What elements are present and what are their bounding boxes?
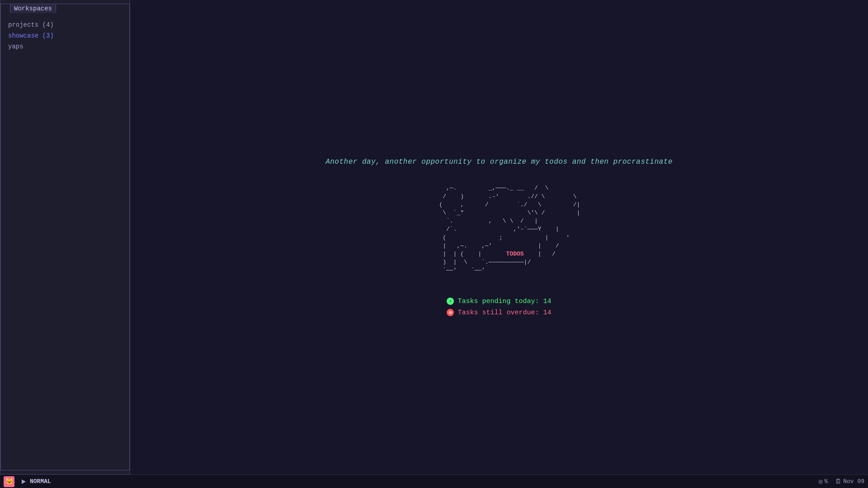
mode-text: NORMAL [30,478,51,485]
cat-icon[interactable]: 🐱 [4,476,14,487]
tagline: Another day, another opportunity to orga… [326,158,673,166]
percent-icon: ◎ [819,478,822,485]
sidebar-title-bar: Workspaces [10,4,56,13]
pending-text: Tasks pending today: 14 [458,298,551,305]
percent-text: % [824,478,828,485]
sidebar-item-projects[interactable]: projects (4) [8,20,122,29]
stats-area: Tasks pending today: 14 Tasks still over… [447,298,551,317]
status-widget-percent: ◎ % [819,478,828,485]
svg-marker-0 [22,479,26,484]
statusbar-right: ◎ % 🗓 Nov 09 [819,478,864,485]
statusbar-left: 🐱 NORMAL [4,476,51,487]
sidebar-item-yaps[interactable]: yaps [8,42,122,51]
calendar-icon: 🗓 [835,478,841,485]
content-area: Another day, another opportunity to orga… [130,0,868,474]
stat-overdue: Tasks still overdue: 14 [447,309,551,317]
statusbar: 🐱 NORMAL ◎ % 🗓 Nov 09 [0,474,868,488]
mode-indicator: NORMAL [20,478,51,485]
sidebar: Workspaces projects (4) showcase (3) yap… [0,0,130,474]
ascii-art: ,―. _,―――._ __ / \ / ) .-' .// \ \ ( , /… [418,184,580,275]
stat-pending: Tasks pending today: 14 [447,298,551,305]
main-area: Workspaces projects (4) showcase (3) yap… [0,0,868,474]
date-text: Nov 09 [843,478,864,485]
overdue-icon [447,309,454,316]
play-icon [20,478,27,485]
status-widget-date: 🗓 Nov 09 [835,478,864,485]
sidebar-item-showcase[interactable]: showcase (3) [8,31,122,40]
overdue-text: Tasks still overdue: 14 [458,309,551,317]
pending-icon [447,298,454,305]
sidebar-items: projects (4) showcase (3) yaps [1,17,129,55]
sidebar-title: Workspaces [14,5,52,12]
